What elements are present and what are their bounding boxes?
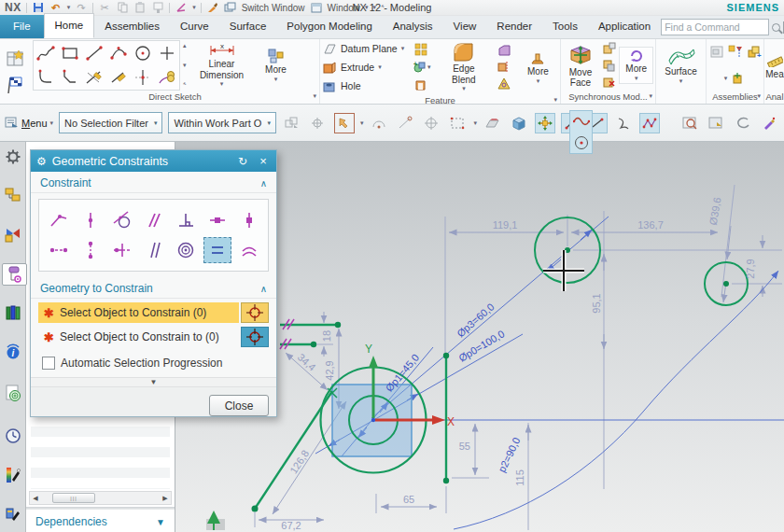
- highlight-selection-icon[interactable]: [334, 113, 355, 133]
- point-on-curve-constraint-icon[interactable]: [77, 207, 105, 233]
- web-browser-icon[interactable]: i: [3, 342, 23, 362]
- tab-home[interactable]: Home: [44, 13, 95, 38]
- navigator-rows[interactable]: [31, 416, 170, 489]
- chevron-down-icon[interactable]: ▼: [156, 517, 165, 527]
- selection-filter-dropdown[interactable]: No Selection Filter▾: [59, 112, 162, 133]
- selection-rectangle-icon[interactable]: [447, 113, 468, 133]
- dim-136[interactable]: 136,7: [637, 219, 664, 231]
- unite-button[interactable]: +▾: [413, 59, 431, 76]
- find-command-input[interactable]: [661, 19, 769, 35]
- scroll-down-icon[interactable]: ▾: [183, 62, 187, 69]
- brush-icon[interactable]: [206, 2, 219, 14]
- dropdown-arrow-icon[interactable]: ▾: [537, 77, 540, 85]
- shell-icon[interactable]: [413, 77, 429, 92]
- surface-button[interactable]: Surface ▾: [662, 45, 699, 86]
- dim-42[interactable]: 42,9: [324, 360, 335, 380]
- menu-button[interactable]: Menu ▾: [5, 117, 53, 129]
- dim-18[interactable]: 18: [321, 330, 332, 342]
- snap-midpoint-icon[interactable]: [421, 113, 441, 133]
- close-icon[interactable]: ×: [256, 154, 271, 168]
- orbit-icon[interactable]: [733, 113, 753, 133]
- edit-object-display-icon[interactable]: [759, 113, 779, 133]
- sketch-in-task-icon[interactable]: [5, 48, 27, 70]
- color-palette-wand-icon[interactable]: [3, 465, 23, 485]
- draft-icon[interactable]: [497, 77, 512, 91]
- dim-55[interactable]: 55: [459, 441, 470, 452]
- parallel-constraint-icon[interactable]: [140, 207, 168, 233]
- arc-tool-icon[interactable]: [106, 41, 131, 65]
- dropdown-arrow-icon[interactable]: ▾: [635, 75, 638, 82]
- curve-icon[interactable]: [613, 113, 634, 133]
- snap-point-icon[interactable]: [369, 113, 389, 133]
- dropdown-arrow-icon[interactable]: ▾: [679, 77, 683, 85]
- hole-button[interactable]: Hole: [322, 77, 406, 94]
- group-dialog-launcher-icon[interactable]: ▾: [757, 92, 761, 100]
- dim-39[interactable]: Ø39,6: [707, 197, 723, 227]
- sketch-dimension-icon[interactable]: [175, 2, 188, 14]
- line-tool-icon[interactable]: [82, 41, 106, 65]
- linear-dimension-button[interactable]: x Linear Dimension ▾: [189, 41, 255, 89]
- vertical-constraint-icon[interactable]: [235, 207, 263, 233]
- curve-rule-split-button[interactable]: [569, 110, 593, 154]
- minimize-ribbon-icon[interactable]: ⸛: [381, 4, 385, 11]
- finish-sketch-icon[interactable]: [5, 74, 27, 96]
- dropdown-arrow-icon[interactable]: ▾: [220, 80, 224, 88]
- midpoint-constraint-icon[interactable]: [77, 237, 105, 263]
- window-menu-label[interactable]: Window: [328, 3, 361, 13]
- search-icon[interactable]: [772, 23, 780, 32]
- expand-icon[interactable]: ⸛: [183, 81, 187, 89]
- point-on-curve-icon[interactable]: [570, 133, 592, 154]
- work-plane-icon[interactable]: [483, 113, 503, 133]
- switch-window-label[interactable]: Switch Window: [242, 3, 305, 13]
- horizontal-scrollbar[interactable]: ◀ ||| ▶: [29, 491, 172, 505]
- sine-curve-icon[interactable]: [570, 111, 592, 133]
- general-selection-icon[interactable]: [308, 113, 329, 133]
- dim-95[interactable]: 95,1: [591, 293, 602, 313]
- dim-34[interactable]: 34,4: [296, 351, 318, 372]
- selection-scope-dropdown[interactable]: Within Work Part O▾: [168, 112, 275, 133]
- auto-progression-checkbox[interactable]: [42, 357, 55, 370]
- format-painter-icon[interactable]: [151, 2, 164, 14]
- dim-115[interactable]: 115: [514, 469, 525, 486]
- select-object-row[interactable]: ✱ Select Object to Constrain (0): [38, 302, 239, 323]
- component-pattern-icon[interactable]: [727, 45, 743, 60]
- assembly-constraints-icon[interactable]: [730, 71, 746, 86]
- window-dropdown-icon[interactable]: ▾: [365, 4, 369, 11]
- snap-end-icon[interactable]: [395, 113, 415, 133]
- dropdown-arrow-icon[interactable]: ▾: [724, 75, 728, 82]
- dim-67[interactable]: 67,2: [281, 520, 301, 531]
- cut-icon[interactable]: ✂: [98, 2, 111, 14]
- tab-analysis[interactable]: Analysis: [383, 15, 443, 38]
- auto-progression-row[interactable]: Automatic Selection Progression: [42, 357, 267, 370]
- tab-assemblies[interactable]: Assemblies: [94, 15, 170, 38]
- shaded-view-icon[interactable]: [509, 113, 529, 133]
- dialog-collapse-strip[interactable]: ▼: [31, 377, 276, 387]
- save-icon[interactable]: [32, 2, 45, 14]
- scroll-left-icon[interactable]: ◀: [30, 495, 41, 502]
- dim-65[interactable]: 65: [403, 494, 414, 505]
- tab-polygon-modeling[interactable]: Polygon Modeling: [276, 15, 382, 38]
- tab-file[interactable]: File: [0, 15, 44, 38]
- point-on-string-constraint-icon[interactable]: [108, 237, 136, 263]
- copy-icon[interactable]: [116, 2, 129, 14]
- chamfer-tool-icon[interactable]: [58, 65, 82, 90]
- add-component-icon[interactable]: +: [746, 45, 762, 60]
- tangent-constraint-icon[interactable]: [108, 207, 136, 233]
- constraint-section-header[interactable]: Constraint ∧: [31, 172, 276, 193]
- dropdown-arrow-icon[interactable]: ▾: [473, 119, 477, 127]
- dropdown-arrow-icon[interactable]: ▾: [462, 85, 466, 92]
- scrollbar-track[interactable]: |||: [41, 492, 160, 504]
- tab-tools[interactable]: Tools: [542, 15, 588, 38]
- assembly-navigator-icon[interactable]: [3, 185, 23, 205]
- sketch-grid-scroll[interactable]: ▴▾⸛: [182, 40, 188, 91]
- chamfer-feature-icon[interactable]: [497, 43, 512, 58]
- quick-trim-tool-icon[interactable]: [131, 65, 155, 90]
- datum-plane-button[interactable]: Datum Plane▾: [322, 40, 406, 57]
- extrude-button[interactable]: Extrude▾: [322, 59, 406, 76]
- scroll-up-icon[interactable]: ▴: [183, 42, 187, 49]
- move-face-button[interactable]: Move Face: [563, 42, 598, 90]
- trim-tool-icon[interactable]: [82, 65, 106, 90]
- part-navigator-icon[interactable]: [2, 263, 27, 286]
- reuse-library-icon[interactable]: [3, 302, 23, 323]
- circle-tool-icon[interactable]: [131, 41, 155, 65]
